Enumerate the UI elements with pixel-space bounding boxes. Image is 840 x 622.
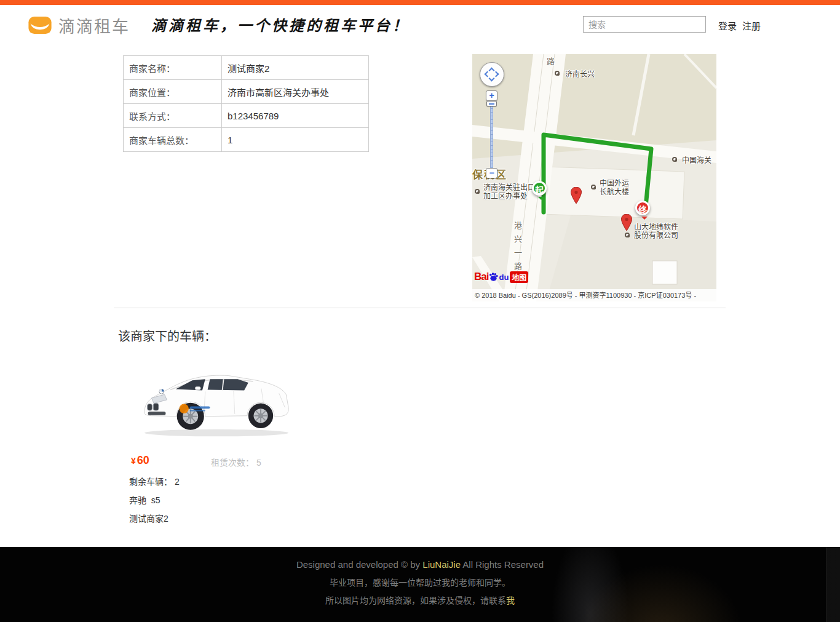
rent-count: 租赁次数： 5 [211,456,261,468]
footer-author-link[interactable]: LiuNaiJie [422,559,461,570]
poi-dot-dareway [625,233,630,237]
baidu-logo-bai: Bai [474,271,488,283]
footer-credit-prefix: Designed and developed © by [296,559,422,570]
didi-logo-icon [28,16,52,35]
merchant-name-label: 商家名称： [124,56,222,80]
merchant-total-value: 1 [222,128,369,152]
poi-label-line: 股份有限公司 [634,231,678,240]
login-link[interactable]: 登录 [718,19,737,32]
rent-count-label: 租赁次数： [211,458,254,468]
poi-label-line: 山大地纬软件 [634,223,678,231]
footer-credit-suffix: All Rights Reserved [461,559,544,570]
poi-label-sinotrans: 中国外运 长航大楼 [600,179,629,196]
zoom-in-button[interactable]: + [486,90,497,101]
table-row: 商家车辆总数： 1 [124,128,369,152]
poi-label-line: 加工区办事处 [483,192,535,201]
price-value: 60 [137,454,149,466]
remaining-label: 剩余车辆： [129,477,172,487]
baidu-logo-map: 地图 [510,271,528,283]
remaining-vehicles: 剩余车辆： 2 [129,475,180,487]
baidu-paw-icon [489,273,498,281]
vehicle-merchant-name: 测试商家2 [129,512,168,524]
map-pin-icon[interactable] [621,214,632,231]
vehicle-model: s5 [151,495,160,505]
site-slogan: 滴滴租车，一个快捷的租车平台！ [151,14,410,35]
vehicle-brand: 奔驰 [129,495,146,505]
road-label-top: 路 [547,55,555,66]
merchant-contact-value: b123456789 [222,104,369,128]
merchant-name-value: 测试商家2 [222,56,369,80]
baidu-logo-du: du [499,273,509,282]
pan-left-icon[interactable] [485,71,491,78]
vehicle-price: ¥60 [131,454,149,467]
merchant-info-table: 商家名称： 测试商家2 商家位置： 济南市高新区海关办事处 联系方式： b123… [123,55,369,152]
brand-logo[interactable]: 滴滴租车 [28,14,130,38]
baidu-map[interactable]: 路 济南长兴 中国海关 济南海关驻出口 加工区办事处 中国外运 长航大楼 山大地… [472,54,716,301]
register-link[interactable]: 注册 [742,19,761,32]
page: 滴滴租车 滴滴租车，一个快捷的租车平台！ 登录 注册 商家名称： 测试商家2 商… [0,0,840,622]
poi-dot-sinotrans [591,185,596,189]
map-copyright: © 2018 Baidu - GS(2016)2089号 - 甲测资字11009… [472,289,716,301]
section-divider [114,308,726,308]
remaining-value: 2 [175,477,180,487]
footer-disclaimer: 所以图片均为网络资源，如果涉及侵权，请联系我 [0,594,840,606]
map-pin-icon[interactable] [571,187,582,204]
map-roads-layer [472,54,716,301]
route-end-marker[interactable]: 终 [635,201,650,215]
merchant-total-label: 商家车辆总数： [124,128,222,152]
map-pan-control[interactable] [480,62,504,87]
pan-right-icon[interactable] [493,71,499,78]
vehicles-heading: 该商家下的车辆： [118,327,216,345]
rent-count-value: 5 [256,458,261,468]
zoom-slider-track[interactable] [490,105,493,170]
table-row: 商家名称： 测试商家2 [124,56,369,80]
vehicle-brand-model: 奔驰 s5 [129,493,160,506]
currency-symbol: ¥ [131,456,136,466]
poi-label-dareway: 山大地纬软件 股份有限公司 [634,223,678,240]
poi-dot-customs-office [475,189,480,194]
vehicle-photo[interactable] [132,353,301,442]
table-row: 商家位置： 济南市高新区海关办事处 [124,80,369,104]
poi-dot-changxing [555,71,560,76]
road-label-gangxing: 港兴一路 [512,221,523,276]
footer-credits: Designed and developed © by LiuNaiJie Al… [0,559,840,570]
poi-label-changxing: 济南长兴 [565,70,595,79]
merchant-contact-label: 联系方式： [124,104,222,128]
footer-contact-link[interactable]: 我 [506,596,515,605]
merchant-location-value: 济南市高新区海关办事处 [222,80,369,104]
page-footer: Designed and developed © by LiuNaiJie Al… [0,547,840,622]
merchant-location-label: 商家位置： [124,80,222,104]
footer-disclaimer-text: 所以图片均为网络资源，如果涉及侵权，请联系 [325,596,506,605]
top-accent-bar [0,0,840,5]
route-start-marker[interactable]: 起 [532,181,547,196]
poi-label-line: 长航大楼 [600,188,629,196]
pan-down-icon[interactable] [489,76,495,82]
poi-label-customs-office: 济南海关驻出口 加工区办事处 [483,183,535,201]
search-input[interactable] [583,16,706,33]
zoom-slider-thumb[interactable] [486,101,497,106]
poi-dot-customs [672,157,677,162]
brand-name: 滴滴租车 [58,14,130,38]
footer-thanks: 毕业项目，感谢每一位帮助过我的老师和同学。 [0,576,840,588]
poi-label-line: 济南海关驻出口 [483,183,535,192]
baidu-logo[interactable]: Bai du 地图 [474,271,528,283]
poi-label-customs: 中国海关 [682,156,711,165]
poi-label-line: 中国外运 [600,179,629,188]
zoom-out-button[interactable]: − [486,168,497,178]
table-row: 联系方式： b123456789 [124,104,369,128]
